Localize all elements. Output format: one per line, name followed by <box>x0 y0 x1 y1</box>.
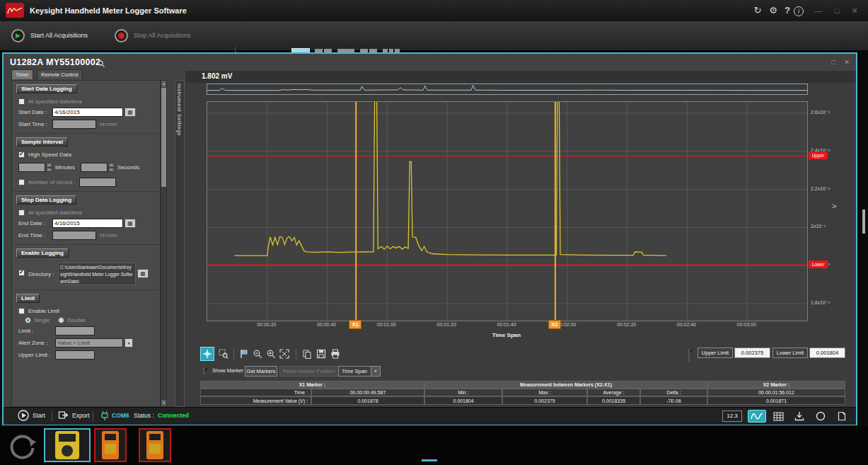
vertical-scrollbar-thumb[interactable] <box>862 209 865 234</box>
directory-label: Directory : <box>28 271 58 277</box>
overview-strip-chart[interactable] <box>207 84 808 95</box>
close-button[interactable]: ✕ <box>848 4 861 17</box>
seconds-stepper[interactable]: ▲▼ <box>108 163 115 172</box>
scroll-down-icon[interactable]: ▼ <box>161 400 166 406</box>
main-toolbar: ▶ Start All Acquisitions Stop All Acquis… <box>0 21 868 51</box>
refresh-devices-icon[interactable] <box>8 432 37 460</box>
end-date-input[interactable] <box>52 219 123 228</box>
info-icon[interactable]: i <box>794 6 804 16</box>
fit-view-icon[interactable] <box>277 347 291 361</box>
reset-marker-position-button[interactable]: Reset Marker Position <box>279 366 339 377</box>
at-specified-label: At specified date/time <box>28 209 82 216</box>
high-speed-data-checkbox[interactable] <box>18 151 25 158</box>
time-span-dropdown[interactable]: Time Span ▼ <box>338 366 381 377</box>
at-specified-checkbox[interactable] <box>18 98 25 105</box>
tab-timer[interactable]: Timer <box>11 69 33 79</box>
tracking-cursor-button[interactable] <box>200 347 214 361</box>
copy-icon[interactable] <box>300 347 314 361</box>
chart-view-button[interactable] <box>748 410 766 423</box>
enable-logging-checkbox[interactable] <box>18 270 25 276</box>
single-radio[interactable] <box>25 317 31 323</box>
enable-limit-checkbox[interactable] <box>18 308 25 314</box>
help-icon[interactable]: ? <box>781 4 794 17</box>
table-view-button[interactable] <box>769 410 787 423</box>
instrument-settings-strip[interactable]: Instrument Settings <box>175 80 185 407</box>
save-icon[interactable] <box>314 347 328 361</box>
minutes-stepper[interactable]: ▲▼ <box>46 163 52 172</box>
interval-seconds-input[interactable] <box>81 163 108 172</box>
average-label: Average : <box>587 389 640 396</box>
search-icon[interactable] <box>97 59 105 68</box>
start-date-input[interactable] <box>52 108 123 117</box>
minutes-label: Minutes <box>55 164 75 171</box>
pan-right-arrow[interactable]: > <box>832 202 836 210</box>
browse-directory-button[interactable]: ▦ <box>137 269 149 278</box>
zoom-in-icon[interactable] <box>264 347 278 361</box>
marker-flag-x2[interactable]: X2 <box>548 320 561 329</box>
double-radio[interactable] <box>58 317 64 323</box>
stop-data-logging-section: Stop Data Logging At specified date/time… <box>12 192 160 245</box>
scrollbar-thumb[interactable] <box>161 88 166 187</box>
settings-gear-icon[interactable]: ⚙ <box>767 4 780 17</box>
upper-limit-value[interactable]: 0.002375 <box>734 348 770 358</box>
x-tick-label: 00:00:40 <box>307 322 347 327</box>
maximize-button[interactable]: □ <box>831 4 843 17</box>
minimize-button[interactable]: — <box>812 4 825 17</box>
seconds-label: Seconds <box>117 164 139 171</box>
chart-area: 1.802 mV 2.6x10⁻³2.4x10⁻³2.2x10⁻³2x10⁻³1… <box>185 71 856 407</box>
sidebar-scrollbar[interactable]: ▲ ▼ <box>161 80 167 407</box>
export-button[interactable]: Export <box>58 410 90 420</box>
panel-close-button[interactable]: ✕ <box>842 59 852 66</box>
interval-minutes-input[interactable] <box>18 163 45 172</box>
section-header[interactable]: Sample Interval <box>16 137 68 147</box>
record-button[interactable] <box>811 410 830 423</box>
limits-enable-checkbox[interactable] <box>688 349 690 362</box>
print-icon[interactable] <box>328 347 342 361</box>
tab-remote-control[interactable]: Remote Control <box>37 69 83 79</box>
report-button[interactable] <box>833 410 851 423</box>
section-header[interactable]: Limit <box>16 294 40 303</box>
chevron-down-icon: ▼ <box>371 367 380 376</box>
start-time-input[interactable] <box>52 120 96 129</box>
calendar-icon[interactable]: ▦ <box>125 219 136 228</box>
scroll-up-icon[interactable]: ▲ <box>161 81 166 87</box>
chevron-down-icon[interactable]: ▼ <box>125 338 133 348</box>
panel-maximize-button[interactable]: □ <box>828 59 838 66</box>
start-all-label: Start All Acquisitions <box>30 32 88 39</box>
get-markers-button[interactable]: Get Markers <box>245 366 277 377</box>
show-marker-checkbox[interactable] <box>203 367 204 375</box>
section-header[interactable]: Start Data Logging <box>16 84 77 93</box>
device-thumbnail-3[interactable] <box>139 428 171 462</box>
start-button-label: Start <box>33 412 45 419</box>
sync-icon[interactable]: ↻ <box>751 4 764 17</box>
alert-zone-label: Alert Zone : <box>18 340 55 346</box>
sample-interval-section: Sample Interval High Speed Data ▲▼ Minut… <box>12 134 160 192</box>
marker-flag-x1[interactable]: X1 <box>349 320 361 329</box>
upper-limit-input[interactable] <box>55 350 95 360</box>
start-all-acquisitions-button[interactable]: ▶ Start All Acquisitions <box>11 28 88 43</box>
section-header[interactable]: Stop Data Logging <box>16 195 76 205</box>
end-time-input[interactable] <box>52 231 96 240</box>
limit-input[interactable] <box>55 326 95 335</box>
zoom-region-button[interactable] <box>216 347 231 361</box>
at-specified-checkbox[interactable] <box>18 209 25 216</box>
time-span-value: Time Span <box>342 368 367 374</box>
section-header[interactable]: Enable Logging <box>16 248 69 258</box>
marker-tool-button[interactable] <box>236 347 250 361</box>
horizontal-scrollbar-thumb[interactable] <box>422 459 437 461</box>
x-axis-title: Time Span <box>471 332 542 338</box>
alert-zone-dropdown[interactable]: Value > Limit <box>55 338 123 348</box>
calendar-icon[interactable]: ▦ <box>125 108 136 117</box>
stop-all-acquisitions-button[interactable]: Stop All Acquisitions <box>115 28 191 43</box>
number-of-record-input[interactable] <box>79 178 116 187</box>
save-data-button[interactable] <box>790 410 809 423</box>
number-of-record-checkbox[interactable] <box>18 179 25 185</box>
numeric-view-button[interactable]: 12.3 <box>722 411 742 422</box>
device-thumbnail-2[interactable] <box>94 428 127 462</box>
main-plot[interactable] <box>207 101 808 321</box>
zoom-out-icon[interactable] <box>250 347 265 361</box>
waveform-icon <box>751 412 763 420</box>
start-acquisition-button[interactable]: Start <box>18 410 45 421</box>
lower-limit-value[interactable]: 0.001804 <box>809 348 845 358</box>
device-thumbnail-u1282a[interactable] <box>44 428 91 462</box>
